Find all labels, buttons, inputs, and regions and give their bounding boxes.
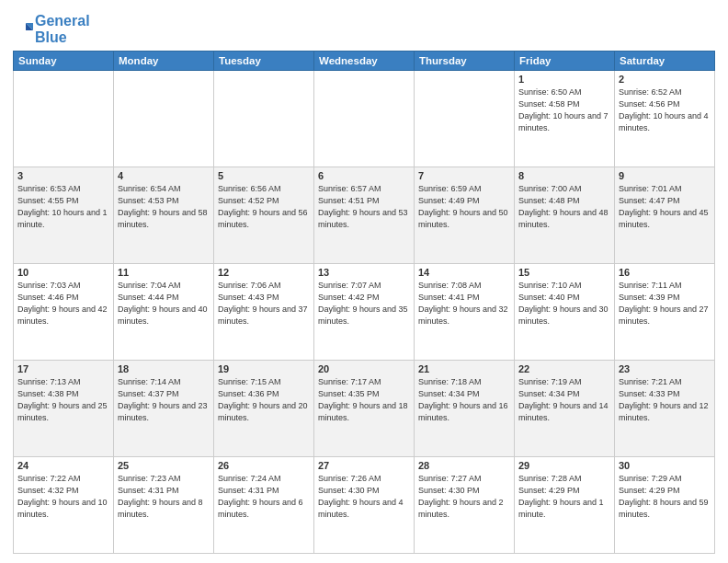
- weekday-header-sunday: Sunday: [14, 52, 114, 71]
- calendar-cell: 5Sunrise: 6:56 AM Sunset: 4:52 PM Daylig…: [214, 167, 314, 264]
- calendar-cell: 20Sunrise: 7:17 AM Sunset: 4:35 PM Dayli…: [314, 361, 415, 457]
- day-info: Sunrise: 7:14 AM Sunset: 4:37 PM Dayligh…: [118, 376, 210, 424]
- calendar-cell: 25Sunrise: 7:23 AM Sunset: 4:31 PM Dayli…: [114, 457, 214, 554]
- calendar-cell: [314, 71, 415, 167]
- day-number: 28: [418, 460, 510, 471]
- calendar-cell: 23Sunrise: 7:21 AM Sunset: 4:33 PM Dayli…: [615, 361, 715, 457]
- day-number: 3: [17, 170, 109, 181]
- calendar-cell: 22Sunrise: 7:19 AM Sunset: 4:34 PM Dayli…: [515, 361, 615, 457]
- calendar-cell: 29Sunrise: 7:28 AM Sunset: 4:29 PM Dayli…: [515, 457, 615, 554]
- day-number: 9: [619, 170, 711, 181]
- day-number: 18: [118, 363, 210, 374]
- logo-text: General Blue: [35, 13, 90, 45]
- day-number: 29: [518, 460, 610, 471]
- calendar-cell: 6Sunrise: 6:57 AM Sunset: 4:51 PM Daylig…: [314, 167, 415, 264]
- day-info: Sunrise: 7:29 AM Sunset: 4:29 PM Dayligh…: [619, 473, 711, 521]
- day-info: Sunrise: 7:03 AM Sunset: 4:46 PM Dayligh…: [17, 280, 109, 327]
- calendar-cell: 13Sunrise: 7:07 AM Sunset: 4:42 PM Dayli…: [314, 264, 415, 361]
- day-number: 13: [318, 267, 410, 278]
- calendar-cell: 16Sunrise: 7:11 AM Sunset: 4:39 PM Dayli…: [615, 264, 715, 361]
- weekday-header-friday: Friday: [515, 52, 615, 71]
- weekday-header-tuesday: Tuesday: [214, 52, 314, 71]
- calendar-cell: 19Sunrise: 7:15 AM Sunset: 4:36 PM Dayli…: [214, 361, 314, 457]
- calendar-cell: 7Sunrise: 6:59 AM Sunset: 4:49 PM Daylig…: [415, 167, 515, 264]
- day-number: 5: [218, 170, 310, 181]
- calendar-cell: 10Sunrise: 7:03 AM Sunset: 4:46 PM Dayli…: [14, 264, 114, 361]
- logo-icon: [13, 19, 33, 40]
- calendar-cell: 12Sunrise: 7:06 AM Sunset: 4:43 PM Dayli…: [214, 264, 314, 361]
- calendar-cell: [14, 71, 114, 167]
- day-number: 26: [218, 460, 310, 471]
- calendar-cell: [415, 71, 515, 167]
- day-number: 19: [218, 363, 310, 374]
- day-number: 8: [518, 170, 610, 181]
- day-info: Sunrise: 7:26 AM Sunset: 4:30 PM Dayligh…: [318, 473, 410, 521]
- calendar-cell: 1Sunrise: 6:50 AM Sunset: 4:58 PM Daylig…: [515, 71, 615, 167]
- day-number: 11: [118, 267, 210, 278]
- calendar-cell: 21Sunrise: 7:18 AM Sunset: 4:34 PM Dayli…: [415, 361, 515, 457]
- day-number: 25: [118, 460, 210, 471]
- day-info: Sunrise: 6:57 AM Sunset: 4:51 PM Dayligh…: [318, 183, 410, 231]
- day-info: Sunrise: 7:22 AM Sunset: 4:32 PM Dayligh…: [17, 473, 109, 521]
- calendar-cell: 4Sunrise: 6:54 AM Sunset: 4:53 PM Daylig…: [114, 167, 214, 264]
- day-info: Sunrise: 7:24 AM Sunset: 4:31 PM Dayligh…: [218, 473, 310, 521]
- day-number: 27: [318, 460, 410, 471]
- calendar-cell: [214, 71, 314, 167]
- calendar-cell: 14Sunrise: 7:08 AM Sunset: 4:41 PM Dayli…: [415, 264, 515, 361]
- weekday-header-thursday: Thursday: [415, 52, 515, 71]
- day-info: Sunrise: 7:13 AM Sunset: 4:38 PM Dayligh…: [17, 376, 109, 424]
- day-number: 14: [418, 267, 510, 278]
- day-number: 23: [619, 363, 711, 374]
- page: General Blue SundayMondayTuesdayWednesda…: [0, 0, 728, 563]
- calendar-cell: 18Sunrise: 7:14 AM Sunset: 4:37 PM Dayli…: [114, 361, 214, 457]
- day-info: Sunrise: 7:23 AM Sunset: 4:31 PM Dayligh…: [118, 473, 210, 521]
- calendar-cell: [114, 71, 214, 167]
- day-number: 17: [17, 363, 109, 374]
- day-info: Sunrise: 6:53 AM Sunset: 4:55 PM Dayligh…: [17, 183, 109, 231]
- day-number: 2: [619, 74, 711, 85]
- day-info: Sunrise: 7:19 AM Sunset: 4:34 PM Dayligh…: [518, 376, 610, 424]
- calendar-cell: 17Sunrise: 7:13 AM Sunset: 4:38 PM Dayli…: [14, 361, 114, 457]
- day-info: Sunrise: 7:27 AM Sunset: 4:30 PM Dayligh…: [418, 473, 510, 521]
- day-number: 30: [619, 460, 711, 471]
- day-info: Sunrise: 7:28 AM Sunset: 4:29 PM Dayligh…: [518, 473, 610, 521]
- calendar-cell: 26Sunrise: 7:24 AM Sunset: 4:31 PM Dayli…: [214, 457, 314, 554]
- weekday-header-saturday: Saturday: [615, 52, 715, 71]
- day-number: 7: [418, 170, 510, 181]
- day-info: Sunrise: 6:52 AM Sunset: 4:56 PM Dayligh…: [619, 86, 711, 134]
- day-number: 10: [17, 267, 109, 278]
- day-info: Sunrise: 6:56 AM Sunset: 4:52 PM Dayligh…: [218, 183, 310, 231]
- day-info: Sunrise: 6:59 AM Sunset: 4:49 PM Dayligh…: [418, 183, 510, 231]
- header: General Blue: [13, 9, 715, 45]
- day-info: Sunrise: 7:04 AM Sunset: 4:44 PM Dayligh…: [118, 280, 210, 327]
- day-info: Sunrise: 7:08 AM Sunset: 4:41 PM Dayligh…: [418, 280, 510, 327]
- day-info: Sunrise: 6:54 AM Sunset: 4:53 PM Dayligh…: [118, 183, 210, 231]
- logo: General Blue: [13, 13, 90, 45]
- day-number: 4: [118, 170, 210, 181]
- calendar-cell: 24Sunrise: 7:22 AM Sunset: 4:32 PM Dayli…: [14, 457, 114, 554]
- calendar-cell: 11Sunrise: 7:04 AM Sunset: 4:44 PM Dayli…: [114, 264, 214, 361]
- day-info: Sunrise: 7:11 AM Sunset: 4:39 PM Dayligh…: [619, 280, 711, 327]
- day-info: Sunrise: 7:07 AM Sunset: 4:42 PM Dayligh…: [318, 280, 410, 327]
- calendar-cell: 9Sunrise: 7:01 AM Sunset: 4:47 PM Daylig…: [615, 167, 715, 264]
- calendar-table: SundayMondayTuesdayWednesdayThursdayFrid…: [13, 51, 715, 554]
- weekday-header-monday: Monday: [114, 52, 214, 71]
- day-number: 21: [418, 363, 510, 374]
- day-number: 24: [17, 460, 109, 471]
- day-number: 16: [619, 267, 711, 278]
- day-info: Sunrise: 7:18 AM Sunset: 4:34 PM Dayligh…: [418, 376, 510, 424]
- calendar-cell: 3Sunrise: 6:53 AM Sunset: 4:55 PM Daylig…: [14, 167, 114, 264]
- day-number: 20: [318, 363, 410, 374]
- weekday-header-wednesday: Wednesday: [314, 52, 415, 71]
- day-info: Sunrise: 7:01 AM Sunset: 4:47 PM Dayligh…: [619, 183, 711, 231]
- day-info: Sunrise: 7:15 AM Sunset: 4:36 PM Dayligh…: [218, 376, 310, 424]
- day-info: Sunrise: 7:06 AM Sunset: 4:43 PM Dayligh…: [218, 280, 310, 327]
- day-info: Sunrise: 7:10 AM Sunset: 4:40 PM Dayligh…: [518, 280, 610, 327]
- calendar-cell: 8Sunrise: 7:00 AM Sunset: 4:48 PM Daylig…: [515, 167, 615, 264]
- day-info: Sunrise: 6:50 AM Sunset: 4:58 PM Dayligh…: [518, 86, 610, 134]
- day-number: 6: [318, 170, 410, 181]
- day-number: 15: [518, 267, 610, 278]
- calendar-cell: 15Sunrise: 7:10 AM Sunset: 4:40 PM Dayli…: [515, 264, 615, 361]
- calendar-cell: 27Sunrise: 7:26 AM Sunset: 4:30 PM Dayli…: [314, 457, 415, 554]
- day-info: Sunrise: 7:21 AM Sunset: 4:33 PM Dayligh…: [619, 376, 711, 424]
